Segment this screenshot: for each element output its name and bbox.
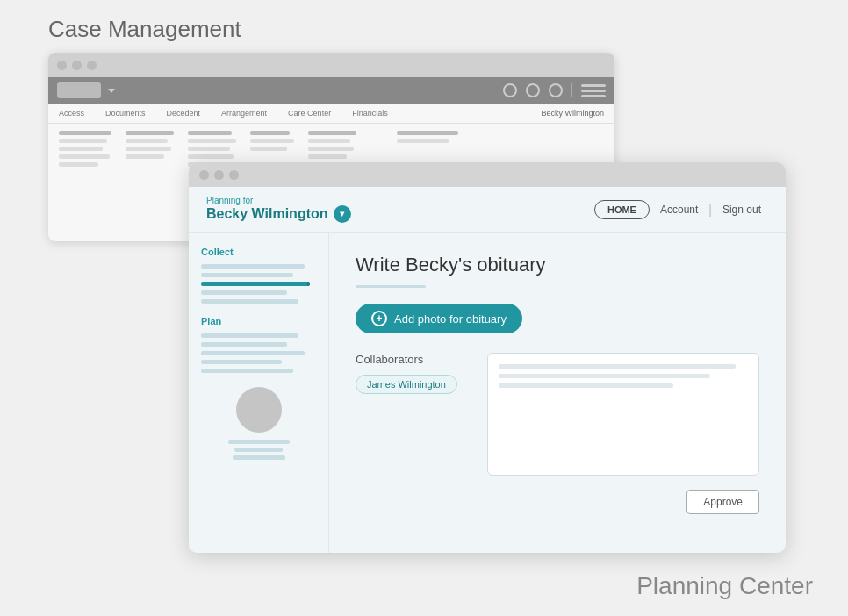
back-window-toolbar	[48, 77, 614, 104]
toolbar-icons	[503, 83, 606, 97]
obituary-title: Write Becky's obituary	[356, 254, 759, 276]
add-photo-label: Add photo for obituary	[394, 312, 507, 326]
dropdown-icon	[108, 89, 115, 93]
front-traffic-2	[214, 170, 224, 180]
avatar-lines	[201, 440, 316, 460]
traffic-light-2	[72, 61, 82, 70]
front-window-body: Collect Plan	[189, 233, 786, 553]
traffic-light-3	[87, 61, 97, 70]
collaborators-section: Collaborators James Wilmington	[356, 353, 759, 476]
sign-out-button[interactable]: Sign out	[715, 200, 768, 219]
toolbar-icon-1	[503, 83, 517, 97]
home-button[interactable]: HOME	[594, 200, 650, 219]
approve-button[interactable]: Approve	[686, 490, 759, 514]
front-window-titlebar	[189, 162, 786, 187]
toolbar-bars	[581, 84, 606, 97]
front-window: Planning for Becky Wilmington ▾ HOME Acc…	[189, 162, 786, 553]
nav-access[interactable]: Access	[59, 109, 84, 118]
toolbar-divider	[571, 83, 572, 97]
sidebar-plan-title: Plan	[201, 316, 316, 326]
traffic-light-1	[57, 61, 67, 70]
planning-for-name: Becky Wilmington ▾	[206, 205, 351, 223]
back-window-titlebar	[48, 53, 614, 77]
back-window-nav: Access Documents Decedent Arrangement Ca…	[48, 104, 614, 124]
dropdown-circle[interactable]: ▾	[334, 205, 351, 223]
front-window-header: Planning for Becky Wilmington ▾ HOME Acc…	[189, 187, 786, 233]
planning-for: Planning for Becky Wilmington ▾	[206, 196, 351, 223]
text-area[interactable]	[487, 353, 759, 476]
sidebar-plan-lines	[201, 333, 316, 373]
collaborators-label: Collaborators	[356, 353, 470, 366]
title-underline	[356, 285, 426, 288]
collaborators-left: Collaborators James Wilmington	[356, 353, 470, 394]
nav-documents[interactable]: Documents	[105, 109, 146, 118]
sidebar-collect-lines	[201, 264, 316, 304]
sidebar: Collect Plan	[189, 233, 329, 553]
collaborator-tag[interactable]: James Wilmington	[356, 375, 457, 394]
front-traffic-3	[229, 170, 239, 180]
page-label: Planning Center	[636, 572, 813, 600]
nav-decedent[interactable]: Decedent	[167, 109, 201, 118]
main-content: Write Becky's obituary + Add photo for o…	[329, 233, 786, 553]
nav-arrangement[interactable]: Arrangement	[221, 109, 267, 118]
avatar	[236, 387, 282, 433]
nav-right-name: Becky Wilmington	[541, 109, 604, 118]
planning-for-label: Planning for	[206, 196, 351, 205]
toolbar-icon-2	[526, 83, 540, 97]
front-traffic-1	[199, 170, 209, 180]
nav-separator: |	[708, 203, 712, 217]
account-button[interactable]: Account	[653, 200, 705, 219]
nav-buttons: HOME Account | Sign out	[594, 200, 768, 219]
nav-financials[interactable]: Financials	[352, 109, 388, 118]
add-photo-icon: +	[371, 311, 387, 326]
toolbar-icon-3	[549, 83, 563, 97]
page-title: Case Management	[48, 16, 241, 43]
add-photo-button[interactable]: + Add photo for obituary	[356, 304, 522, 333]
sidebar-collect-title: Collect	[201, 247, 316, 257]
nav-care-center[interactable]: Care Center	[288, 109, 331, 118]
toolbar-logo	[57, 82, 101, 98]
